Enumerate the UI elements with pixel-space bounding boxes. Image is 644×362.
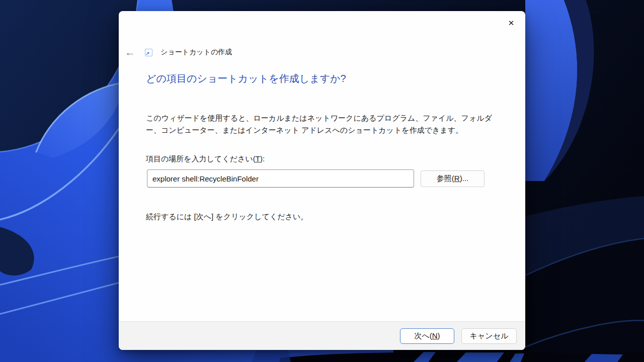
back-button[interactable]: ←	[124, 47, 141, 58]
cancel-button[interactable]: キャンセル	[461, 328, 517, 344]
back-arrow-icon: ←	[125, 46, 135, 58]
create-shortcut-dialog: ✕ ← ↗ ショートカットの作成 どの項目のショートカットを作成しますか? この…	[119, 11, 525, 350]
shortcut-icon: ↗	[145, 49, 152, 56]
dialog-header: ← ↗ ショートカットの作成	[124, 44, 232, 60]
location-label: 項目の場所を入力してください(T):	[146, 154, 265, 164]
continue-instruction: 続行するには [次へ] をクリックしてください。	[146, 212, 308, 222]
browse-button[interactable]: 参照(R)...	[421, 170, 485, 187]
dialog-footer: 次へ(N) キャンセル	[119, 321, 525, 350]
desktop: ✕ ← ↗ ショートカットの作成 どの項目のショートカットを作成しますか? この…	[0, 0, 644, 362]
window-title: ショートカットの作成	[160, 48, 232, 57]
wizard-description: このウィザードを使用すると、ローカルまたはネットワークにあるプログラム、ファイル…	[146, 112, 500, 136]
location-input[interactable]	[147, 169, 414, 188]
shortcut-arrow-glyph: ↗	[145, 51, 149, 56]
page-title: どの項目のショートカットを作成しますか?	[146, 72, 346, 85]
next-button[interactable]: 次へ(N)	[400, 328, 454, 344]
close-button[interactable]: ✕	[501, 15, 521, 31]
close-icon: ✕	[508, 19, 515, 27]
